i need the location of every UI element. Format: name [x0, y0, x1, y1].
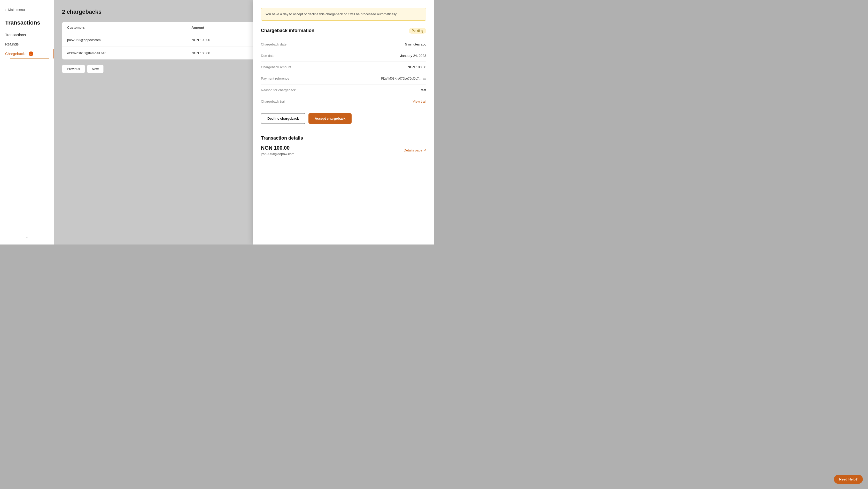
- view-trail-link[interactable]: View trail: [412, 99, 426, 103]
- info-row-due-date: Due date January 24, 2023: [261, 50, 426, 62]
- chargeback-status-badge: Pending: [409, 28, 426, 34]
- amount-cell: NGN 100.00: [186, 47, 260, 60]
- details-page-label: Details page: [404, 148, 423, 152]
- customer-cell: jra52053@qopow.com: [62, 33, 186, 47]
- active-indicator: [54, 49, 54, 59]
- info-row-trail: Chargeback trail View trail: [261, 96, 426, 107]
- sidebar-item-chargebacks[interactable]: Chargebacks 1: [0, 49, 54, 59]
- details-page-link[interactable]: Details page ↗: [404, 148, 426, 152]
- sidebar-item-chargebacks-label: Chargebacks: [5, 52, 27, 56]
- sidebar-item-transactions-label: Transactions: [5, 33, 26, 37]
- transaction-details-section: Transaction details NGN 100.00 jra52053@…: [261, 135, 426, 156]
- sidebar-title: Transactions: [0, 14, 54, 30]
- chargeback-info-header: Chargeback information Pending: [261, 28, 426, 34]
- sidebar-item-refunds-label: Refunds: [5, 42, 19, 46]
- amount-cell: NGN 100.00: [186, 33, 260, 47]
- info-label-reason: Reason for chargeback: [261, 88, 296, 92]
- chargeback-section-title: Chargeback information: [261, 28, 314, 33]
- info-label-date: Chargeback date: [261, 42, 286, 46]
- chargebacks-badge: 1: [29, 52, 33, 56]
- sidebar-item-refunds[interactable]: Refunds: [0, 39, 54, 49]
- sidebar: ‹ Main menu Transactions Transactions Re…: [0, 0, 54, 245]
- info-value-due-date: January 24, 2023: [400, 54, 426, 58]
- external-link-icon: ↗: [424, 148, 426, 152]
- accept-chargeback-button[interactable]: Accept chargeback: [308, 113, 351, 124]
- info-value-date: 5 minutes ago: [405, 42, 426, 46]
- reference-value: FLW-M03K-a076be75cf0c7...: [381, 77, 421, 81]
- info-label-due-date: Due date: [261, 54, 275, 58]
- copy-icon[interactable]: ▭: [423, 77, 426, 81]
- col-customers: Customers: [62, 22, 186, 33]
- transaction-amount: NGN 100.00: [261, 145, 294, 151]
- previous-button[interactable]: Previous: [62, 65, 85, 73]
- info-value-ref: FLW-M03K-a076be75cf0c7... ▭: [381, 77, 426, 81]
- customer-cell: ezzwxds610@tempail.net: [62, 47, 186, 60]
- col-amount: Amount: [186, 22, 260, 33]
- transaction-email: jra52053@qopow.com: [261, 152, 294, 156]
- info-row-reason: Reason for chargeback test: [261, 85, 426, 96]
- page-title: 2 chargebacks: [62, 8, 101, 15]
- info-value-reason: test: [421, 88, 426, 92]
- main-menu-label: Main menu: [8, 8, 25, 12]
- decline-chargeback-button[interactable]: Decline chargeback: [261, 113, 305, 124]
- info-label-amount: Chargeback amount: [261, 65, 291, 69]
- next-button[interactable]: Next: [87, 65, 104, 73]
- main-menu-link[interactable]: ‹ Main menu: [0, 5, 54, 14]
- info-row-date: Chargeback date 5 minutes ago: [261, 39, 426, 50]
- transaction-section-title: Transaction details: [261, 135, 426, 141]
- info-label-reference: Payment reference: [261, 77, 289, 81]
- action-buttons: Decline chargeback Accept chargeback: [261, 113, 426, 124]
- back-arrow-icon: ‹: [5, 8, 6, 11]
- alert-text: You have a day to accept or decline this…: [265, 12, 397, 16]
- transaction-info: NGN 100.00 jra52053@qopow.com: [261, 145, 294, 156]
- transaction-row: NGN 100.00 jra52053@qopow.com Details pa…: [261, 145, 426, 156]
- info-label-trail: Chargeback trail: [261, 99, 285, 103]
- sidebar-chevron-icon[interactable]: ⌄: [26, 235, 29, 239]
- divider: [261, 130, 426, 130]
- info-value-amount: NGN 100.00: [408, 65, 426, 69]
- chargeback-info-rows: Chargeback date 5 minutes ago Due date J…: [261, 39, 426, 107]
- info-row-amount: Chargeback amount NGN 100.00: [261, 62, 426, 73]
- side-panel: You have a day to accept or decline this…: [253, 0, 434, 245]
- alert-banner: You have a day to accept or decline this…: [261, 8, 426, 21]
- info-row-reference: Payment reference FLW-M03K-a076be75cf0c7…: [261, 73, 426, 85]
- sidebar-item-transactions[interactable]: Transactions: [0, 30, 54, 39]
